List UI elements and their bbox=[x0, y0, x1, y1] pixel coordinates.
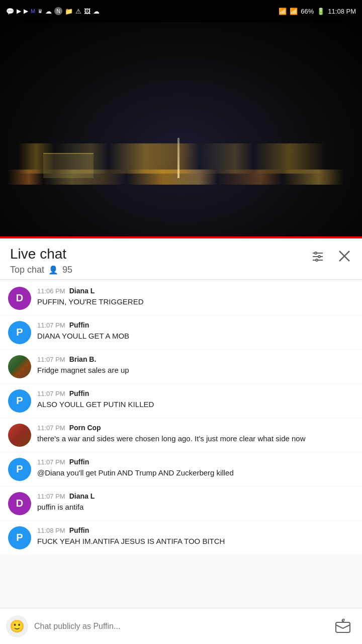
message-content: 11:07 PM Diana L puffin is antifa bbox=[37, 492, 354, 512]
svg-rect-4 bbox=[318, 256, 320, 258]
battery-percent: 66% bbox=[301, 8, 314, 15]
youtube2-icon: ▶ bbox=[24, 8, 28, 15]
message-author: Diana L bbox=[69, 287, 95, 295]
viewer-icon: 👤 bbox=[48, 265, 58, 275]
message-content: 11:07 PM Puffin @Diana you'll get Putin … bbox=[37, 458, 354, 478]
message-meta: 11:07 PM Brian B. bbox=[37, 355, 354, 363]
bottom-spacer bbox=[0, 557, 362, 594]
message-text: Fridge magnet sales are up bbox=[37, 365, 354, 375]
message-text: PUFFIN, YOU'RE TRIGGERED bbox=[37, 296, 354, 307]
signal-icon: 📶 bbox=[290, 8, 298, 15]
avatar: P bbox=[8, 321, 31, 344]
message-meta: 11:07 PM Puffin bbox=[37, 389, 354, 397]
message-author: Puffin bbox=[69, 389, 89, 397]
message-content: 11:07 PM Puffin ALSO YOULL GET PUTIN KIL… bbox=[37, 389, 354, 410]
message-text: ALSO YOULL GET PUTIN KILLED bbox=[37, 399, 354, 410]
avatar: D bbox=[8, 287, 31, 310]
message-author: Diana L bbox=[69, 492, 95, 500]
chat-panel: Live chat Top chat 👤 95 bbox=[0, 238, 362, 644]
message-meta: 11:07 PM Puffin bbox=[37, 458, 354, 466]
cloud-icon: ☁ bbox=[45, 8, 52, 15]
message-content: 11:07 PM Brian B. Fridge magnet sales ar… bbox=[37, 355, 354, 375]
chat-message: P 11:07 PM Puffin DIANA YOULL GET A MOB bbox=[0, 316, 362, 349]
chat-message: P 11:07 PM Puffin ALSO YOULL GET PUTIN K… bbox=[0, 384, 362, 418]
message-author: Brian B. bbox=[69, 355, 97, 363]
sms-icon: 💬 bbox=[6, 8, 14, 15]
mastodon-icon: M bbox=[31, 8, 35, 14]
message-time: 11:08 PM bbox=[37, 527, 65, 534]
message-time: 11:06 PM bbox=[37, 287, 65, 295]
folder-icon: 📁 bbox=[65, 8, 73, 15]
message-time: 11:07 PM bbox=[37, 493, 65, 500]
chat-header: Live chat Top chat 👤 95 bbox=[0, 238, 362, 280]
message-time: 11:07 PM bbox=[37, 424, 65, 432]
message-time: 11:07 PM bbox=[37, 390, 65, 397]
message-meta: 11:07 PM Porn Cop bbox=[37, 424, 354, 432]
chat-message: P 11:08 PM Puffin FUCK YEAH IM.ANTIFA JE… bbox=[0, 521, 362, 554]
chat-message: D 11:06 PM Diana L PUFFIN, YOU'RE TRIGGE… bbox=[0, 282, 362, 315]
video-background bbox=[0, 22, 362, 238]
status-bar: 💬 ▶ ▶ M ♛ ☁ N 📁 ⚠ 🖼 ☁ 📶 📶 66% 🔋 11:08 PM bbox=[0, 0, 362, 22]
chat-header-right bbox=[311, 246, 352, 267]
avatar: D bbox=[8, 492, 31, 515]
youtube-icon: ▶ bbox=[17, 8, 21, 15]
message-time: 11:07 PM bbox=[37, 356, 65, 363]
filter-button[interactable] bbox=[311, 250, 325, 267]
video-progress-bar[interactable] bbox=[0, 236, 362, 238]
message-content: 11:08 PM Puffin FUCK YEAH IM.ANTIFA JESU… bbox=[37, 526, 354, 546]
chat-message: D 11:07 PM Diana L puffin is antifa bbox=[0, 487, 362, 520]
warning-icon: ⚠ bbox=[75, 8, 81, 15]
chat-messages-list: D 11:06 PM Diana L PUFFIN, YOU'RE TRIGGE… bbox=[0, 280, 362, 557]
message-content: 11:06 PM Diana L PUFFIN, YOU'RE TRIGGERE… bbox=[37, 287, 354, 307]
message-text: FUCK YEAH IM.ANTIFA JESUS IS ANTIFA TOO … bbox=[37, 536, 354, 546]
battery-icon: 🔋 bbox=[317, 8, 325, 15]
viewer-count: 95 bbox=[62, 265, 72, 275]
notification-icons: 💬 ▶ ▶ M ♛ ☁ N 📁 ⚠ 🖼 ☁ bbox=[6, 7, 100, 15]
message-meta: 11:06 PM Diana L bbox=[37, 287, 354, 295]
system-status: 📶 📶 66% 🔋 11:08 PM bbox=[279, 8, 356, 15]
message-meta: 11:07 PM Puffin bbox=[37, 321, 354, 329]
message-author: Puffin bbox=[69, 321, 89, 329]
avatar bbox=[8, 355, 31, 378]
close-chat-button[interactable] bbox=[337, 249, 352, 267]
obelisk-landmark bbox=[177, 138, 179, 178]
video-player[interactable] bbox=[0, 22, 362, 238]
emoji-button[interactable]: 🙂 bbox=[6, 615, 28, 637]
n-icon: N bbox=[54, 7, 62, 15]
message-time: 11:07 PM bbox=[37, 321, 65, 329]
avatar: P bbox=[8, 458, 31, 481]
chat-header-left: Live chat Top chat 👤 95 bbox=[10, 246, 72, 275]
message-author: Porn Cop bbox=[69, 424, 101, 432]
svg-rect-5 bbox=[316, 259, 318, 261]
avatar: P bbox=[8, 526, 31, 549]
message-meta: 11:08 PM Puffin bbox=[37, 526, 354, 534]
message-author: Puffin bbox=[69, 526, 89, 534]
clock: 11:08 PM bbox=[328, 8, 356, 15]
top-chat-row: Top chat 👤 95 bbox=[10, 265, 72, 275]
photo-icon: 🖼 bbox=[84, 8, 90, 15]
soundcloud-icon: ☁ bbox=[93, 8, 100, 15]
message-author: Puffin bbox=[69, 458, 89, 466]
message-time: 11:07 PM bbox=[37, 458, 65, 466]
message-meta: 11:07 PM Diana L bbox=[37, 492, 354, 500]
message-text: there's a war and sides were chosen long… bbox=[37, 433, 354, 444]
message-text: puffin is antifa bbox=[37, 502, 354, 512]
wifi-icon: 📶 bbox=[279, 8, 287, 15]
crown-icon: ♛ bbox=[38, 8, 43, 15]
building-landmark bbox=[43, 153, 94, 178]
message-content: 11:07 PM Porn Cop there's a war and side… bbox=[37, 424, 354, 444]
chat-message: 11:07 PM Brian B. Fridge magnet sales ar… bbox=[0, 350, 362, 383]
message-content: 11:07 PM Puffin DIANA YOULL GET A MOB bbox=[37, 321, 354, 341]
send-button[interactable] bbox=[330, 615, 356, 637]
chat-text-input[interactable] bbox=[34, 615, 324, 637]
message-text: DIANA YOULL GET A MOB bbox=[37, 331, 354, 341]
live-chat-title: Live chat bbox=[10, 246, 72, 263]
chat-message: 11:07 PM Porn Cop there's a war and side… bbox=[0, 419, 362, 452]
emoji-icon: 🙂 bbox=[10, 619, 25, 633]
top-chat-label[interactable]: Top chat bbox=[10, 265, 44, 275]
avatar bbox=[8, 424, 31, 447]
svg-rect-8 bbox=[336, 622, 350, 632]
message-text: @Diana you'll get Putin AND Trump AND Zu… bbox=[37, 467, 354, 478]
chat-message: P 11:07 PM Puffin @Diana you'll get Puti… bbox=[0, 453, 362, 486]
svg-rect-3 bbox=[315, 252, 317, 254]
